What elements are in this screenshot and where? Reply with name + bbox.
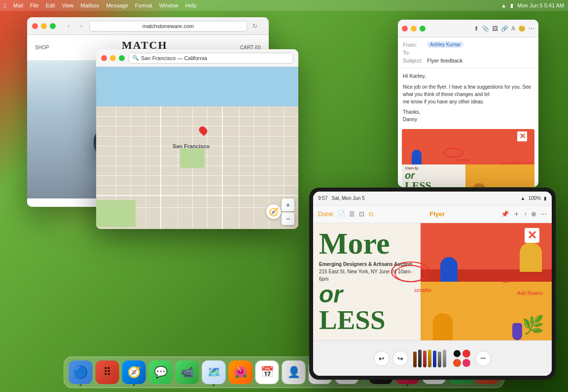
color-orange-red[interactable]: [453, 359, 461, 367]
ipad-toolbar-left[interactable]: Done 📄 ☰ ⊡ ⊙: [318, 210, 374, 218]
ipad-toolbar[interactable]: Done 📄 ☰ ⊡ ⊙ Flyer 📌 ＋ ↑ ⊕ ⋯: [313, 205, 552, 223]
calendar-icon: 📅: [260, 366, 274, 379]
safari-icon: 🧭: [127, 366, 141, 379]
share-icon[interactable]: ↑: [524, 210, 528, 218]
pen-tool-2[interactable]: [418, 350, 422, 367]
maps-titlebar: 🔍 San Francisco — California: [96, 49, 298, 67]
compass-icon[interactable]: 🧭: [266, 204, 281, 219]
pin-icon[interactable]: 📌: [501, 210, 509, 218]
dock-contacts[interactable]: 👤: [282, 360, 306, 384]
datetime: Mon Jun 5 5:41 AM: [517, 2, 564, 8]
forward-button[interactable]: ›: [76, 21, 86, 31]
settings-icon[interactable]: ⊙: [368, 210, 374, 218]
dock-facetime[interactable]: 📹: [176, 360, 199, 384]
flyer-bottom-right: 🌿: [465, 164, 534, 187]
mail-window[interactable]: ⬆ 📎 🖼 🔗 A 😊 ⋯ From: Ashley Kumar To: Sub…: [398, 20, 538, 187]
messages-icon: 💬: [154, 366, 167, 379]
back-button[interactable]: ‹: [64, 21, 73, 31]
maps-traffic-lights[interactable]: [101, 55, 125, 61]
menu-item-view[interactable]: View: [62, 2, 74, 8]
doc-icon[interactable]: 📄: [337, 210, 345, 218]
photos-icon: 🌺: [234, 366, 247, 379]
attach-icon[interactable]: 📎: [482, 25, 489, 32]
menu-item-help[interactable]: Help: [185, 2, 197, 8]
color-red[interactable]: [462, 350, 470, 358]
maps-controls[interactable]: + −: [282, 198, 294, 225]
maps-search[interactable]: 🔍 San Francisco — California: [129, 53, 293, 64]
minimize-button[interactable]: [110, 55, 116, 61]
map-street-h7: [96, 175, 298, 176]
slideshow-icon[interactable]: ⊡: [359, 210, 364, 218]
minimize-button[interactable]: [41, 23, 47, 29]
apple-menu-icon[interactable]: : [4, 2, 6, 9]
menu-item-file[interactable]: File: [30, 2, 39, 8]
undo-button[interactable]: ↩: [374, 351, 390, 366]
close-button[interactable]: [32, 23, 38, 29]
color-pink-red[interactable]: [462, 359, 470, 367]
list-icon[interactable]: ☰: [349, 210, 355, 218]
options-button[interactable]: •••: [475, 351, 491, 366]
menu-item-mailbox[interactable]: Mailbox: [80, 2, 99, 8]
pen-tool-3[interactable]: [423, 351, 426, 367]
redo-button[interactable]: ↪: [392, 351, 408, 366]
ipad-flyer-more-text: More: [319, 228, 415, 259]
add-icon[interactable]: ＋: [513, 209, 520, 219]
ipad-screen[interactable]: 9:57 Sat, Mon Jun 5 ▲ 100% ▮ Done 📄 ☰ ⊡ …: [313, 192, 552, 376]
maximize-button[interactable]: [420, 26, 426, 32]
mail-titlebar: ⬆ 📎 🖼 🔗 A 😊 ⋯: [398, 20, 538, 37]
more-icon[interactable]: ⋯: [540, 210, 547, 218]
desktop:  Mail File Edit View Mailbox Message Fo…: [0, 0, 568, 392]
color-swatches[interactable]: [453, 350, 470, 367]
photo-icon[interactable]: 🖼: [492, 25, 498, 32]
close-button[interactable]: [402, 26, 408, 32]
minimize-button[interactable]: [411, 26, 417, 32]
pen-tool-1[interactable]: [413, 352, 417, 367]
dock-launchpad[interactable]: ⠿: [96, 360, 119, 384]
dock-safari[interactable]: 🧭: [122, 360, 146, 384]
maximize-button[interactable]: [119, 55, 125, 61]
zoom-in-button[interactable]: +: [282, 198, 294, 211]
link-icon[interactable]: 🔗: [501, 25, 508, 32]
pen-tool-4[interactable]: [428, 350, 431, 367]
ipad-toolbar-right[interactable]: 📌 ＋ ↑ ⊕ ⋯: [501, 209, 547, 219]
menu-item-edit[interactable]: Edit: [46, 2, 55, 8]
pen-tool-7[interactable]: [443, 350, 446, 367]
menu-item-format[interactable]: Format: [135, 2, 152, 8]
menu-item-window[interactable]: Window: [159, 2, 178, 8]
shop-nav[interactable]: SHOP: [35, 45, 49, 50]
mail-traffic-lights[interactable]: [402, 26, 426, 32]
battery-icon: ▮: [544, 196, 547, 201]
ipad-door: [440, 257, 458, 282]
close-button[interactable]: [101, 55, 107, 61]
flyer-arch: [473, 183, 485, 188]
address-bar[interactable]: matchstoneware.com: [89, 21, 247, 32]
pen-tool-6[interactable]: [438, 352, 441, 367]
dock-maps[interactable]: 🗺️: [202, 360, 226, 384]
format-icon[interactable]: A: [511, 25, 515, 32]
menu-item-message[interactable]: Message: [106, 2, 128, 8]
map-street-v8: [222, 106, 223, 229]
dock-photos[interactable]: 🌺: [229, 360, 252, 384]
collaborate-icon[interactable]: ⊕: [531, 210, 536, 218]
dock-calendar[interactable]: 📅: [255, 360, 279, 384]
maps-window[interactable]: 🔍 San Francisco — California: [96, 49, 298, 229]
back-button[interactable]: Done: [318, 210, 333, 218]
color-black[interactable]: [453, 350, 461, 358]
dock-finder[interactable]: 🔵: [69, 360, 93, 384]
refresh-button[interactable]: ↻: [250, 21, 260, 31]
shop-link[interactable]: SHOP: [35, 45, 49, 50]
maps-content[interactable]: San Francisco 🧭 + −: [96, 67, 298, 229]
dock-messages[interactable]: 💬: [149, 360, 173, 384]
map-street-h9: [96, 195, 298, 196]
menu-item-mail[interactable]: Mail: [13, 2, 23, 8]
pen-tool-5[interactable]: [433, 351, 436, 367]
maximize-button[interactable]: [50, 23, 56, 29]
traffic-lights[interactable]: [32, 23, 56, 29]
send-icon[interactable]: ⬆: [474, 25, 479, 32]
pen-tools-group[interactable]: [413, 350, 446, 367]
more-icon[interactable]: ⋯: [529, 25, 534, 32]
zoom-out-button[interactable]: −: [282, 212, 294, 225]
ipad-drawing-toolbar[interactable]: ↩ ↪ •••: [313, 340, 552, 376]
from-chip[interactable]: Ashley Kumar: [427, 41, 463, 48]
emoji-icon[interactable]: 😊: [518, 25, 526, 32]
